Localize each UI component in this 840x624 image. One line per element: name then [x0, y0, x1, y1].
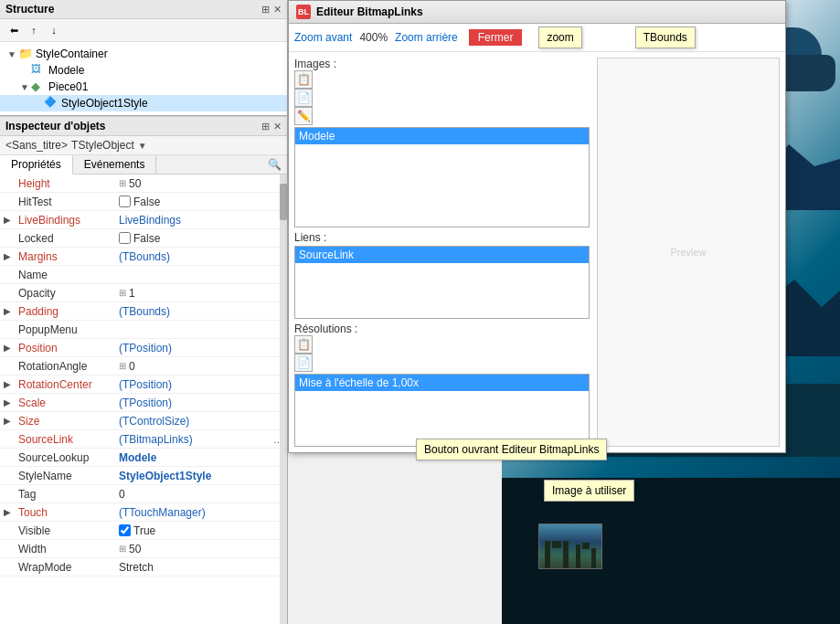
- resolutions-remove-btn[interactable]: 📄: [294, 354, 313, 372]
- selector-dropdown-arrow[interactable]: ▼: [138, 141, 147, 151]
- prop-value-position[interactable]: (TPosition): [115, 342, 287, 354]
- tree-item-style-obj[interactable]: 🔷 StyleObject1Style: [0, 95, 287, 111]
- prop-expand-rotcenter[interactable]: ▶: [0, 379, 15, 389]
- tree-item-piece01[interactable]: ▼ ◆ Piece01: [0, 79, 287, 95]
- prop-row-width: Width ⊞ 50: [0, 540, 287, 558]
- selector-type: TStyleObject: [71, 139, 134, 152]
- resolutions-section: Résolutions : 📋 📄 Mise à l'échelle de 1,…: [294, 323, 590, 447]
- tree-back-btn[interactable]: ⬅: [5, 22, 22, 38]
- tab-properties[interactable]: Propriétés: [0, 155, 73, 175]
- zoom-avant-btn[interactable]: Zoom avant: [294, 31, 352, 44]
- prop-expand-padding[interactable]: ▶: [0, 306, 15, 316]
- prop-value-tag[interactable]: 0: [115, 488, 287, 501]
- images-list-item-modele[interactable]: Modele: [295, 128, 589, 144]
- prop-value-width[interactable]: ⊞ 50: [115, 543, 287, 555]
- inspector-pin-icon[interactable]: ⊞: [261, 121, 270, 132]
- prop-value-opacity[interactable]: ⊞ 1: [115, 287, 287, 300]
- prop-expand-scale[interactable]: ▶: [0, 397, 15, 407]
- liens-listbox[interactable]: SourceLink: [294, 246, 590, 319]
- resolutions-add-btn[interactable]: 📋: [294, 335, 313, 354]
- close-button[interactable]: Fermer: [469, 29, 523, 46]
- locked-label: False: [133, 232, 160, 245]
- prop-value-sourcelink[interactable]: (TBitmapLinks): [115, 433, 273, 446]
- liens-section: Liens : SourceLink: [294, 231, 590, 319]
- hittest-checkbox[interactable]: [119, 196, 131, 207]
- resolution-item-1[interactable]: Mise à l'échelle de 1,00x: [295, 375, 589, 391]
- prop-value-size[interactable]: (TControlSize): [115, 415, 287, 428]
- prop-row-rotationcenter: ▶ RotationCenter (TPosition): [0, 375, 287, 394]
- bitmap-editor-app-icon: BL: [296, 5, 311, 19]
- images-column: Images : 📋 📄 ✏️ Modele: [294, 58, 590, 447]
- prop-row-margins: ▶ Margins (TBounds): [0, 248, 287, 266]
- locked-checkbox[interactable]: [119, 232, 131, 244]
- prop-value-wrapmode[interactable]: Stretch: [115, 561, 287, 574]
- tree-item-modele[interactable]: 🖼 Modele: [0, 62, 287, 79]
- prop-value-livebindings[interactable]: LiveBindings: [115, 214, 287, 227]
- prop-value-padding[interactable]: (TBounds): [115, 305, 287, 318]
- prop-row-popupmenu: PopupMenu: [0, 321, 287, 339]
- stone-2: [563, 541, 569, 568]
- prop-row-name: Name: [0, 266, 287, 284]
- tab-events[interactable]: Evénements: [73, 155, 157, 174]
- prop-expand-position[interactable]: ▶: [0, 343, 15, 353]
- bitmap-editor-title-bar: BL Editeur BitmapLinks: [289, 1, 785, 24]
- prop-value-visible[interactable]: True: [115, 524, 287, 537]
- prop-value-sourcelookup[interactable]: Modele: [115, 451, 287, 464]
- bitmap-editor-content: Images : 📋 📄 ✏️ Modele: [289, 52, 785, 452]
- tree-up-btn[interactable]: ↑: [26, 22, 42, 38]
- prop-value-stylename[interactable]: StyleObject1Style: [115, 470, 287, 482]
- prop-row-sourcelink: SourceLink (TBitmapLinks) …: [0, 430, 287, 449]
- visible-label: True: [133, 524, 155, 537]
- liens-list-item-sourcelink[interactable]: SourceLink: [295, 247, 589, 263]
- pin-icon[interactable]: ⊞: [261, 4, 270, 16]
- stone-lintel-2: [582, 543, 590, 549]
- bitmap-toolbar: Zoom avant 400% Zoom arrière Fermer zoom…: [289, 24, 785, 52]
- visible-checkbox[interactable]: [119, 524, 131, 536]
- images-listbox[interactable]: Modele: [294, 127, 590, 227]
- prop-name-wrapmode: WrapMode: [15, 561, 115, 574]
- prop-value-margins[interactable]: (TBounds): [115, 250, 287, 263]
- prop-value-touch[interactable]: (TTouchManager): [115, 506, 287, 519]
- prop-value-hittest[interactable]: False: [115, 196, 287, 208]
- inspector-selector: <Sans_titre> TStyleObject ▼: [0, 136, 287, 155]
- prop-expand-margins[interactable]: ▶: [0, 251, 15, 261]
- resolutions-listbox[interactable]: Mise à l'échelle de 1,00x: [294, 374, 590, 447]
- scroll-indicator[interactable]: [280, 175, 287, 624]
- images-toolbar: 📋 📄 ✏️: [294, 70, 590, 125]
- tree-item-style-container[interactable]: ▼ 📁 StyleContainer: [0, 46, 287, 62]
- images-edit-btn[interactable]: ✏️: [294, 107, 313, 125]
- zoom-level: 400%: [359, 31, 388, 44]
- tree-container: ▼ 📁 StyleContainer 🖼 Modele ▼ ◆ Piece01: [0, 42, 287, 115]
- structure-toolbar: ⬅ ↑ ↓: [0, 19, 287, 42]
- prop-name-hittest: HitTest: [15, 196, 115, 208]
- inspector-title: Inspecteur d'objets: [5, 120, 106, 132]
- prop-row-visible: Visible True: [0, 522, 287, 540]
- scroll-thumb[interactable]: [280, 184, 287, 220]
- images-add-btn[interactable]: 📋: [294, 70, 313, 89]
- images-remove-btn[interactable]: 📄: [294, 89, 313, 107]
- prop-expand-livebindings[interactable]: ▶: [0, 215, 15, 225]
- prop-row-scale: ▶ Scale (TPosition): [0, 394, 287, 412]
- search-icon[interactable]: 🔍: [262, 155, 287, 174]
- prop-row-position: ▶ Position (TPosition): [0, 339, 287, 357]
- close-icon[interactable]: ✕: [273, 4, 282, 16]
- prop-value-scale[interactable]: (TPosition): [115, 397, 287, 409]
- bitmap-editor-window: BL Editeur BitmapLinks Zoom avant 400% Z…: [288, 0, 786, 453]
- tree-expand-arrow2[interactable]: ▼: [18, 82, 31, 92]
- tree-expand-arrow[interactable]: ▼: [5, 49, 18, 59]
- prop-expand-touch[interactable]: ▶: [0, 507, 15, 517]
- tree-down-btn[interactable]: ↓: [46, 22, 62, 38]
- prop-name-livebindings: LiveBindings: [15, 214, 115, 227]
- prop-value-rotationangle[interactable]: ⊞ 0: [115, 360, 287, 373]
- prop-name-padding: Padding: [15, 305, 115, 318]
- stone-silhouette: [545, 541, 596, 568]
- zoom-arriere-btn[interactable]: Zoom arrière: [395, 31, 458, 44]
- prop-name-position: Position: [15, 342, 115, 354]
- structure-panel: Structure ⊞ ✕ ⬅ ↑ ↓ ▼ 📁 StyleContainer: [0, 0, 287, 116]
- prop-value-rotationcenter[interactable]: (TPosition): [115, 378, 287, 391]
- prop-expand-size[interactable]: ▶: [0, 416, 15, 426]
- width-icon: ⊞: [119, 544, 126, 554]
- inspector-close-icon[interactable]: ✕: [273, 121, 282, 132]
- prop-value-locked[interactable]: False: [115, 232, 287, 245]
- prop-value-height[interactable]: ⊞ 50: [115, 177, 287, 190]
